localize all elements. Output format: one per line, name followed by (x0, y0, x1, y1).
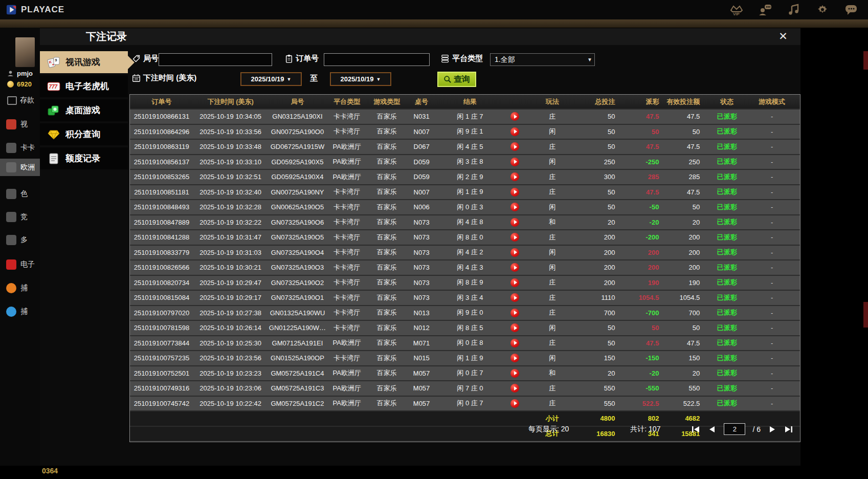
column-header: 订单号 (130, 95, 193, 108)
sidebar-item-fishing-2[interactable]: 捕 (0, 303, 40, 320)
tab-slots[interactable]: 777 电子老虎机 (40, 75, 128, 97)
tab-video-games[interactable]: K♥ 9 视讯游戏 (40, 51, 128, 73)
table-row: 2510191007815982025-10-19 10:26:14GN0122… (130, 321, 800, 336)
play-video-icon[interactable] (510, 172, 519, 181)
page-input[interactable]: 2 (724, 423, 745, 435)
sidebar-item-europe[interactable]: 欧洲 (0, 159, 40, 176)
brand-logo[interactable]: PLAYACE (0, 4, 64, 15)
cell-payout: 1054.5 (630, 291, 663, 305)
cell-valid-bet: 550 (663, 381, 710, 396)
hall-icon (6, 212, 16, 222)
cell-platform: 卡卡湾厅 (327, 125, 367, 139)
cell-total-bet: 20 (578, 215, 630, 230)
play-video-icon[interactable] (510, 248, 519, 257)
cell-order-id: 251019100773844 (130, 336, 193, 351)
cell-result: 闲 4 庄 3 (436, 260, 504, 275)
table-body: 2510191008661312025-10-19 10:34:05GN0312… (130, 110, 800, 411)
table-row: 2510191008532652025-10-19 10:32:51GD0592… (130, 170, 800, 185)
close-icon[interactable]: ✕ (776, 29, 790, 43)
cell-time: 2025-10-19 10:30:21 (193, 260, 268, 275)
platform-type-select[interactable]: 1.全部 ▼ (490, 53, 595, 66)
settings-gear-icon[interactable] (815, 3, 830, 16)
play-video-icon[interactable] (510, 339, 519, 347)
cell-table-no: M057 (407, 397, 436, 411)
tab-quota-records[interactable]: 额度记录 (40, 147, 128, 169)
avatar[interactable] (15, 37, 35, 67)
cell-result: 闲 0 庄 8 (436, 336, 504, 351)
balance-row: 6920 (7, 80, 32, 88)
play-video-icon[interactable] (510, 158, 519, 166)
last-page-icon[interactable] (784, 425, 793, 433)
next-page-icon[interactable] (768, 425, 777, 433)
play-video-icon[interactable] (510, 309, 519, 317)
hall-icon (6, 235, 16, 245)
cell-mode: - (744, 276, 800, 290)
search-button[interactable]: 查询 (437, 72, 476, 87)
play-video-icon[interactable] (510, 188, 519, 197)
sidebar-item-video[interactable]: 视 (0, 116, 40, 133)
prev-page-icon[interactable] (707, 425, 717, 433)
first-page-icon[interactable] (691, 425, 700, 433)
play-video-icon[interactable] (510, 278, 519, 287)
play-video-icon[interactable] (510, 369, 519, 378)
sidebar-item-se[interactable]: 色 (0, 185, 40, 203)
deposit-row[interactable]: 存款 (7, 96, 34, 105)
cell-payout: -150 (630, 351, 663, 365)
cell-total-bet: 150 (578, 351, 630, 365)
date-from-picker[interactable]: 2025/10/19▼ (240, 72, 302, 86)
cell-platform: 卡卡湾厅 (327, 260, 367, 275)
play-video-icon[interactable] (510, 323, 519, 332)
tab-label: 积分查询 (65, 128, 100, 140)
background-fragment-red (863, 302, 868, 328)
play-video-icon[interactable] (510, 384, 519, 393)
cell-table-no: N013 (407, 306, 436, 320)
cell-time: 2025-10-19 10:33:10 (193, 155, 268, 169)
customer-service-icon[interactable] (758, 3, 773, 16)
cell-result: 闲 9 庄 1 (436, 125, 504, 139)
sidebar-item-jing[interactable]: 竞 (0, 208, 40, 226)
cell-play (504, 246, 526, 260)
order-input[interactable] (324, 53, 430, 66)
cell-time: 2025-10-19 10:27:38 (193, 306, 268, 320)
cell-game: 百家乐 (367, 230, 407, 245)
play-video-icon[interactable] (510, 112, 519, 121)
cell-total-bet: 550 (578, 381, 630, 396)
platform-type-label: 平台类型 (441, 54, 483, 63)
play-video-icon[interactable] (510, 127, 519, 136)
per-page-label: 每页显示: 20 (528, 425, 569, 434)
cell-game: 百家乐 (367, 215, 407, 230)
music-icon[interactable] (786, 3, 802, 16)
date-to-picker[interactable]: 2025/10/19▼ (330, 72, 391, 86)
cell-table-no: N006 (407, 200, 436, 214)
chat-icon[interactable] (843, 3, 859, 16)
cell-payout: 47.5 (630, 140, 663, 154)
cell-payout: -700 (630, 306, 663, 320)
play-video-icon[interactable] (510, 399, 519, 408)
tab-table-games[interactable]: 桌面游戏 (40, 99, 128, 121)
cell-payout: -250 (630, 155, 663, 169)
topbar-icons: VIP (729, 3, 868, 16)
round-input[interactable] (159, 53, 272, 66)
cell-game: 百家乐 (367, 351, 407, 365)
play-video-icon[interactable] (510, 293, 519, 302)
cell-result: 闲 9 庄 0 (436, 306, 504, 320)
play-video-icon[interactable] (510, 354, 519, 362)
column-header: 结果 (436, 95, 504, 108)
play-video-icon[interactable] (510, 233, 519, 242)
play-video-icon[interactable] (510, 218, 519, 227)
play-video-icon[interactable] (510, 263, 519, 272)
sidebar-item-fishing-1[interactable]: 捕 (0, 279, 40, 297)
sidebar-item-duo[interactable]: 多 (0, 231, 40, 249)
cell-bet-type: 和 (526, 215, 578, 230)
cell-result: 闲 3 庄 8 (436, 155, 504, 169)
cell-round: GN07325A190O4 (268, 246, 327, 260)
vip-crown-icon[interactable]: VIP (729, 3, 744, 16)
tab-points-query[interactable]: 积分查询 (40, 123, 128, 145)
play-video-icon[interactable] (510, 142, 519, 151)
sidebar-item-kaka[interactable]: 卡卡 (0, 139, 40, 157)
cell-round: GN03125A190XI (268, 110, 327, 124)
cell-status: 已派彩 (710, 351, 744, 365)
play-video-icon[interactable] (510, 203, 519, 211)
sidebar-item-slots[interactable]: 电子 (0, 256, 40, 273)
cell-status: 已派彩 (710, 170, 744, 184)
